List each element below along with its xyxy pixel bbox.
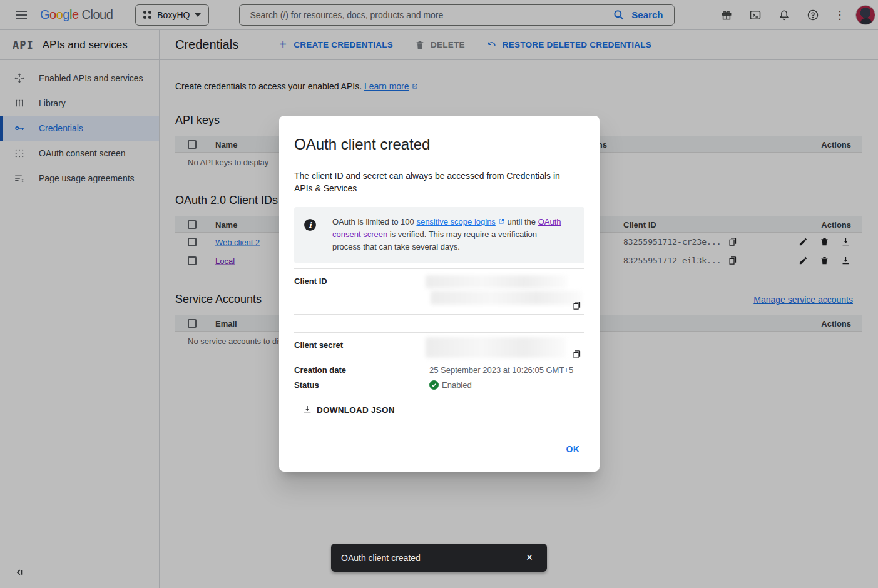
dialog-title: OAuth client created <box>294 136 584 153</box>
client-secret-label: Client secret <box>294 340 343 350</box>
client-id-label: Client ID <box>294 276 327 286</box>
external-link-icon <box>498 218 505 225</box>
oauth-client-created-dialog: OAuth client created The client ID and s… <box>279 116 600 472</box>
download-json-label: DOWNLOAD JSON <box>317 405 395 415</box>
status-badge: Enabled <box>442 380 472 390</box>
client-secret-row: Client secret <box>294 333 584 362</box>
client-id-row: Client ID <box>294 268 584 315</box>
client-id-redacted <box>431 291 582 305</box>
copy-client-id-icon[interactable] <box>572 301 582 311</box>
info-icon: i <box>304 219 316 231</box>
client-id-redacted <box>426 275 567 288</box>
sensitive-scope-logins-link[interactable]: sensitive scope logins <box>416 217 495 226</box>
ok-button[interactable]: OK <box>561 439 585 459</box>
notice-mid: until the <box>505 217 538 226</box>
creation-date-value: 25 September 2023 at 10:26:05 GMT+5 <box>429 365 573 375</box>
toast-message: OAuth client created <box>341 553 421 563</box>
copy-client-secret-icon[interactable] <box>572 350 582 360</box>
download-json-button[interactable]: DOWNLOAD JSON <box>302 398 395 421</box>
status-row: Status Enabled <box>294 377 584 392</box>
notice-text: OAuth is limited to 100 sensitive scope … <box>332 216 563 253</box>
spacer-row <box>294 315 584 333</box>
dialog-subtitle: The client ID and secret can always be a… <box>294 170 569 195</box>
creation-date-row: Creation date 25 September 2023 at 10:26… <box>294 362 584 377</box>
download-icon <box>302 405 312 415</box>
status-value: Enabled <box>429 380 472 390</box>
client-secret-redacted <box>426 337 566 358</box>
close-icon[interactable]: × <box>522 551 537 564</box>
verification-notice: i OAuth is limited to 100 sensitive scop… <box>294 207 584 263</box>
app-window: Google Cloud BoxyHQ Search <box>0 0 878 588</box>
status-label: Status <box>294 380 319 390</box>
check-circle-icon <box>429 380 439 390</box>
creation-date-label: Creation date <box>294 365 346 375</box>
snackbar-toast: OAuth client created × <box>331 544 547 572</box>
notice-pre: OAuth is limited to 100 <box>332 217 416 226</box>
